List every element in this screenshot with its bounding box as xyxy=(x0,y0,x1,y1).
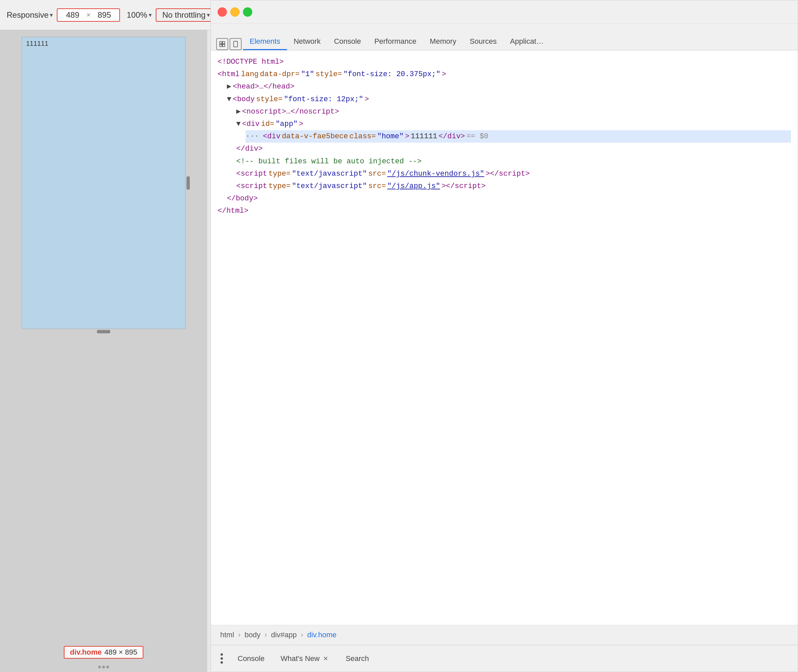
breadcrumb-div-home[interactable]: div.home xyxy=(304,629,339,641)
tab-network[interactable]: Network xyxy=(287,34,327,50)
dom-div-app-line[interactable]: ▼ <div id="app" > xyxy=(236,118,791,130)
script-vendors-src-val[interactable]: "/js/chunk-vendors.js" xyxy=(387,168,484,180)
responsive-label: Responsive xyxy=(7,10,48,20)
svg-rect-5 xyxy=(220,45,222,47)
script-app-type-val: "text/javascript" xyxy=(292,180,367,192)
bottom-tab-whats-new[interactable]: What's New ✕ xyxy=(276,652,335,666)
noscript-expand-icon[interactable]: ▶ xyxy=(236,106,240,118)
tab-memory[interactable]: Memory xyxy=(423,34,463,50)
svg-rect-6 xyxy=(223,45,225,47)
traffic-light-green[interactable] xyxy=(243,7,252,17)
height-input[interactable] xyxy=(93,10,116,20)
html-close-tag: </html> xyxy=(218,205,248,217)
script-app-src-val[interactable]: "/js/app.js" xyxy=(387,180,440,192)
devtools-icon-inspect[interactable] xyxy=(216,38,228,50)
element-info-wrapper: div.home 489 × 895 xyxy=(20,646,187,659)
doctype-text: <!DOCTYPE html> xyxy=(218,56,284,68)
bottom-tab-search-label: Search xyxy=(346,654,369,662)
zoom-dropdown[interactable]: 100% ▾ xyxy=(127,10,151,20)
noscript-tag: <noscript>…</noscript> xyxy=(242,106,339,118)
resize-handle-bottom[interactable] xyxy=(97,330,110,333)
body-tag-close: > xyxy=(365,93,369,105)
responsive-dropdown[interactable]: Responsive ▾ xyxy=(7,10,53,20)
tab-memory-label: Memory xyxy=(430,37,456,45)
drag-dot-1 xyxy=(98,666,101,668)
div-app-attr-id: id= xyxy=(261,118,274,130)
div-home-content: 111111 xyxy=(411,131,437,142)
throttle-arrow-icon: ▾ xyxy=(207,11,210,19)
page-content-label: 111111 xyxy=(26,40,48,47)
drag-handle[interactable] xyxy=(0,662,207,672)
div-app-expand-icon[interactable]: ▼ xyxy=(236,118,240,130)
breadcrumb-body[interactable]: body xyxy=(242,629,263,641)
dom-noscript-line[interactable]: ▶ <noscript>…</noscript> xyxy=(236,106,791,118)
tab-sources[interactable]: Sources xyxy=(463,34,503,50)
drag-dot-2 xyxy=(102,666,105,668)
bottom-tab-search[interactable]: Search xyxy=(340,652,374,666)
svg-rect-3 xyxy=(220,42,222,44)
dom-script-vendors-line: <script type="text/javascript" src="/js/… xyxy=(236,168,791,180)
div-home-tag: <div xyxy=(263,131,281,142)
div-home-attr-class: class= xyxy=(349,131,376,142)
dimension-input-group: × xyxy=(57,8,120,22)
head-expand-icon[interactable]: ▶ xyxy=(227,81,231,93)
dom-html-tag[interactable]: <html lang data-dpr="1" style="font-size… xyxy=(218,68,791,80)
dom-body-close-line: </body> xyxy=(227,192,791,205)
body-close-tag: </body> xyxy=(227,193,258,205)
dom-div-home-line[interactable]: ··· <div data-v-fae5bece class="home" > … xyxy=(246,130,791,142)
breadcrumb-html[interactable]: html xyxy=(218,629,237,641)
element-size: 489 × 895 xyxy=(104,648,137,657)
menu-dot-1 xyxy=(221,653,223,656)
dom-div-app-close-line: </div> xyxy=(236,142,791,155)
devtools-panel: Elements Network Console Performance Mem… xyxy=(210,0,798,672)
element-info-bar: div.home 489 × 895 xyxy=(64,646,143,659)
dom-html-close-line: </html> xyxy=(218,205,791,217)
menu-dot-2 xyxy=(221,657,223,660)
zoom-arrow-icon: ▾ xyxy=(149,11,152,19)
script-vendors-close: ></script> xyxy=(486,168,530,180)
bottom-tab-console-label: Console xyxy=(237,654,264,662)
dom-tree: <!DOCTYPE html> <html lang data-dpr="1" … xyxy=(211,50,798,625)
throttle-dropdown[interactable]: No throttling ▾ xyxy=(162,10,210,20)
device-frame: 111111 xyxy=(22,37,186,329)
tab-elements[interactable]: Elements xyxy=(243,34,287,50)
script-vendors-type-val: "text/javascript" xyxy=(292,168,367,180)
html-open-close: > xyxy=(442,69,446,80)
close-whats-new-button[interactable]: ✕ xyxy=(322,654,330,662)
devtools-titlebar xyxy=(211,0,798,24)
devtools-icon-device[interactable] xyxy=(229,38,242,50)
tab-application-label: Applicat… xyxy=(510,37,543,45)
breadcrumb-sep-2: › xyxy=(263,630,268,639)
svg-rect-7 xyxy=(234,42,237,47)
width-input[interactable] xyxy=(61,10,84,20)
bottom-tab-whats-new-label: What's New xyxy=(281,654,320,663)
dom-script-app-line: <script type="text/javascript" src="/js/… xyxy=(236,180,791,192)
script-vendors-attr-src: src= xyxy=(368,168,386,180)
dom-head-line[interactable]: ▶ <head>…</head> xyxy=(227,80,791,93)
html-attr-style: style= xyxy=(316,69,342,80)
breadcrumb-bar: html › body › div#app › div.home xyxy=(211,625,798,645)
html-open-tag: <html xyxy=(218,69,240,80)
tab-performance[interactable]: Performance xyxy=(368,34,423,50)
tab-performance-label: Performance xyxy=(374,37,417,45)
svg-rect-4 xyxy=(223,42,225,44)
bottom-tab-console[interactable]: Console xyxy=(232,652,270,666)
throttle-label: No throttling xyxy=(162,10,205,20)
breadcrumb-div-app[interactable]: div#app xyxy=(268,629,300,641)
script-app-close: ></script> xyxy=(441,180,486,192)
bottom-menu-button[interactable] xyxy=(216,653,227,664)
traffic-light-red[interactable] xyxy=(218,7,227,17)
tab-application[interactable]: Applicat… xyxy=(503,34,550,50)
tab-console[interactable]: Console xyxy=(327,34,368,50)
div-app-close-tag: </div> xyxy=(236,143,263,155)
bottom-bar: Console What's New ✕ Search xyxy=(211,645,798,672)
devtools-tabs: Elements Network Console Performance Mem… xyxy=(211,24,798,50)
body-expand-icon[interactable]: ▼ xyxy=(227,93,231,105)
traffic-light-yellow[interactable] xyxy=(230,7,240,17)
dom-body-line[interactable]: ▼ <body style="font-size: 12px;" > xyxy=(227,93,791,106)
dimension-x-separator: × xyxy=(86,11,91,19)
resize-handle-right[interactable] xyxy=(186,176,190,190)
html-attr-dpr-val: "1" xyxy=(301,69,314,80)
head-tag: <head>…</head> xyxy=(232,81,295,93)
comment-text: <!-- built files will be auto injected -… xyxy=(236,156,422,167)
